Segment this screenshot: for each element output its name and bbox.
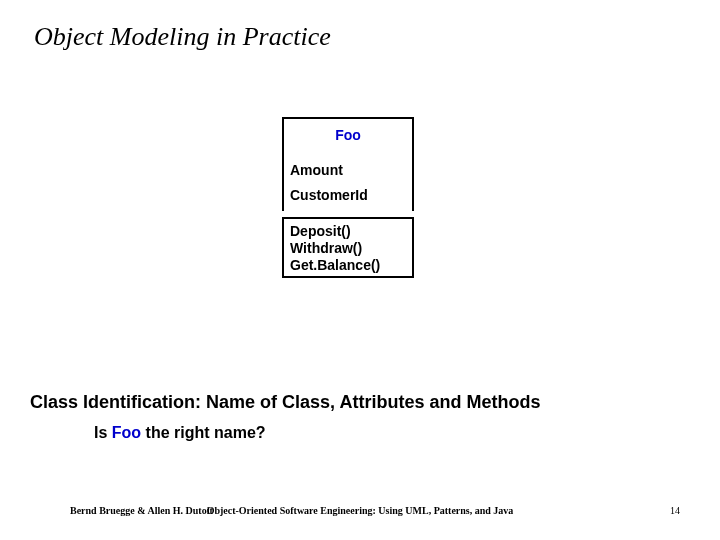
uml-operation: Withdraw() [290, 240, 406, 257]
page-title: Object Modeling in Practice [34, 22, 331, 52]
uml-operation: Deposit() [290, 223, 406, 240]
subheading: Class Identification: Name of Class, Att… [30, 392, 540, 413]
uml-attribute: CustomerId [290, 183, 406, 208]
footer-book-title: Object-Oriented Software Engineering: Us… [0, 505, 720, 516]
uml-attribute: Amount [290, 158, 406, 183]
footer-page-number: 14 [670, 505, 680, 516]
uml-attributes: Amount CustomerId [282, 154, 414, 212]
uml-class-box: Foo Amount CustomerId Deposit() Withdraw… [282, 117, 414, 278]
uml-operation: Get.Balance() [290, 257, 406, 274]
slide: Object Modeling in Practice Foo Amount C… [0, 0, 720, 540]
question-suffix: the right name? [141, 424, 265, 441]
uml-operations: Deposit() Withdraw() Get.Balance() [282, 217, 414, 277]
question-highlight: Foo [112, 424, 141, 441]
question-prefix: Is [94, 424, 112, 441]
uml-class-name: Foo [282, 117, 414, 154]
question-text: Is Foo the right name? [94, 424, 266, 442]
